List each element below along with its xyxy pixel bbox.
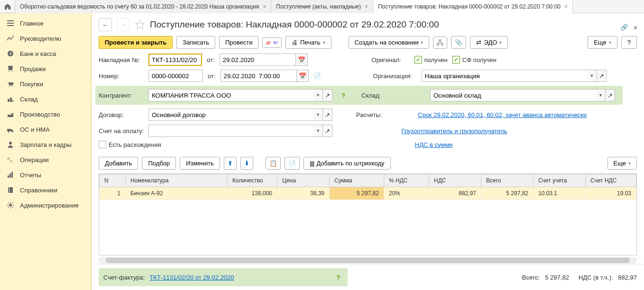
vat-link[interactable]: НДС в сумме [415, 141, 453, 148]
open-icon[interactable]: ↗ [597, 70, 607, 82]
sidebar-item-bank[interactable]: ₽Банк и касса [0, 46, 91, 61]
add-button[interactable]: Добавить [99, 157, 138, 170]
invoice-no-input[interactable] [148, 54, 202, 66]
edit-button[interactable]: Изменить [180, 157, 220, 170]
tab-2[interactable]: Поступление товаров: Накладная 0000-0000… [373, 0, 573, 13]
help-icon[interactable]: ? [339, 89, 348, 101]
col-account[interactable]: Счет учета [534, 174, 586, 187]
sidebar-item-warehouse[interactable]: Склад [0, 91, 91, 107]
contractor-select[interactable] [148, 89, 313, 101]
dropdown-icon[interactable]: ▼ [313, 125, 323, 137]
discrepancy-checkbox[interactable] [99, 141, 106, 148]
sidebar-item-refs[interactable]: Справочники [0, 182, 91, 198]
warehouse-select[interactable] [430, 89, 596, 101]
sidebar-item-reports[interactable]: Отчеты [0, 167, 91, 182]
help-button[interactable]: ? [621, 36, 637, 49]
col-nomenclature[interactable]: Номенклатура [126, 174, 228, 187]
items-table[interactable]: N Номенклатура Количество Цена Сумма % Н… [99, 173, 637, 255]
close-icon[interactable]: × [263, 3, 266, 10]
back-button[interactable]: ← [99, 18, 112, 31]
cell-nomenclature[interactable]: Бензин А-92 [126, 187, 228, 200]
cell-vat[interactable]: 882,97 [429, 187, 481, 200]
cell-total[interactable]: 5 297,82 [481, 187, 534, 200]
payment-invoice-select[interactable] [148, 125, 313, 137]
col-sum[interactable]: Сумма [330, 174, 384, 187]
col-price[interactable]: Цена [277, 174, 330, 187]
table-row[interactable]: 1 Бензин А-92 138,000 38,39 5 297,82 20%… [100, 187, 636, 200]
contract-select[interactable] [148, 109, 313, 121]
sidebar-item-payroll[interactable]: Зарплата и кадры [0, 137, 91, 152]
forward-button[interactable]: → [117, 18, 130, 31]
scroll-thumb[interactable] [106, 258, 630, 263]
org-select[interactable] [422, 70, 588, 82]
cell-qty[interactable]: 138,000 [228, 187, 277, 200]
open-icon[interactable]: ↗ [606, 89, 615, 101]
cell-account[interactable]: 10.03.1 [534, 187, 586, 200]
number-date-input[interactable] [221, 70, 296, 82]
calendar-icon[interactable]: 📅 [295, 54, 308, 66]
close-icon[interactable]: × [365, 3, 368, 10]
save-button[interactable]: Записать [176, 36, 215, 49]
cell-vat-pct[interactable]: 20% [384, 187, 429, 200]
dropdown-icon[interactable]: ▼ [588, 70, 597, 82]
invoice-date-input[interactable] [220, 54, 295, 66]
attach-button[interactable]: 📎 [451, 36, 466, 49]
more-button[interactable]: Еще [588, 36, 617, 49]
structure-button[interactable] [433, 36, 447, 49]
col-total[interactable]: Всего [481, 174, 534, 187]
favorite-icon[interactable] [135, 19, 145, 30]
help-icon[interactable]: ? [333, 271, 343, 283]
sidebar-item-operations[interactable]: ДтКтОперации [0, 152, 91, 167]
calendar-icon[interactable]: 📅 [296, 70, 309, 82]
move-up-button[interactable]: ⬆ [224, 157, 237, 170]
home-tab[interactable] [0, 0, 15, 13]
dropdown-icon[interactable]: ▼ [313, 109, 323, 121]
tab-1[interactable]: Поступление (акты, накладные) × [271, 0, 373, 13]
link-icon[interactable]: 🔗 [620, 24, 629, 31]
sidebar-item-production[interactable]: Производство [0, 107, 91, 122]
open-icon[interactable]: ↗ [323, 89, 332, 101]
table-more-button[interactable]: Еще [607, 157, 637, 170]
paste-button[interactable]: 📄 [285, 157, 300, 170]
number-input[interactable] [148, 70, 203, 82]
print-button[interactable]: 🖨 Печать [285, 36, 331, 49]
calc-link[interactable]: Срок 29.02.2020, 60.01, 60.02, зачет ава… [418, 111, 587, 118]
close-panel-icon[interactable]: × [631, 24, 640, 32]
sf-received-checkbox[interactable]: ✓ [452, 56, 460, 63]
tab-0[interactable]: Оборотно-сальдовая ведомость по счету 60… [15, 0, 271, 13]
cell-sum[interactable]: 5 297,82 [330, 187, 384, 200]
barcode-button[interactable]: |||| Добавить по штрихкоду [304, 157, 391, 170]
horizontal-scrollbar[interactable] [99, 257, 637, 264]
col-vat-account[interactable]: Счет НДС [586, 174, 636, 187]
open-icon[interactable]: ↗ [323, 109, 332, 121]
col-n[interactable]: N [100, 174, 126, 187]
sf-link[interactable]: ТКТ-1131/02/20 от 29.02.2020 [149, 274, 234, 281]
sidebar-item-main[interactable]: Главное [0, 16, 91, 31]
dtkt-button[interactable]: ДтКт [262, 37, 282, 48]
dropdown-icon[interactable]: ▼ [596, 89, 606, 101]
shipper-link[interactable]: Грузоотправитель и грузополучатель [401, 127, 507, 135]
post-button[interactable]: Провести [219, 36, 259, 49]
move-down-button[interactable]: ⬇ [240, 157, 253, 170]
close-icon[interactable]: × [564, 3, 568, 10]
sidebar-item-sales[interactable]: Продажи [0, 61, 91, 76]
copy-button[interactable]: 📋 [266, 157, 281, 170]
sidebar-item-manager[interactable]: Руководителю [0, 31, 91, 46]
post-close-button[interactable]: Провести и закрыть [99, 36, 173, 49]
sidebar-item-assets[interactable]: ОС и НМА [0, 122, 91, 137]
col-vat-pct[interactable]: % НДС [384, 174, 429, 187]
sidebar-item-purchases[interactable]: Покупки [0, 76, 91, 91]
sidebar-item-admin[interactable]: Администрирование [0, 198, 91, 213]
col-qty[interactable]: Количество [228, 174, 277, 187]
col-vat[interactable]: НДС [429, 174, 481, 187]
dropdown-icon[interactable]: ▼ [313, 89, 323, 101]
cell-n[interactable]: 1 [100, 187, 126, 200]
edo-button[interactable]: ⇄ ЭДО [470, 36, 508, 49]
pick-button[interactable]: Подбор [142, 157, 176, 170]
new-icon[interactable]: 📄 [313, 72, 321, 80]
cell-vat-account[interactable]: 19.03 [586, 187, 636, 200]
received-checkbox[interactable]: ✓ [414, 56, 422, 63]
cell-price[interactable]: 38,39 [277, 187, 330, 200]
create-based-button[interactable]: Создать на основании [349, 36, 430, 49]
open-icon[interactable]: ↗ [323, 125, 332, 137]
